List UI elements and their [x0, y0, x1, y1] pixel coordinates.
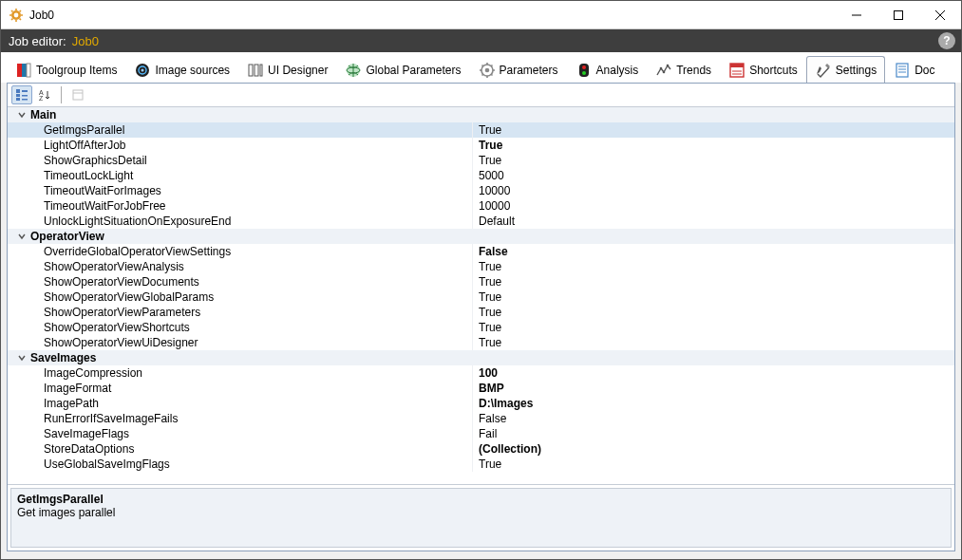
property-row[interactable]: UnlockLightSituationOnExposureEndDefault — [8, 214, 954, 229]
property-name: UseGlobalSaveImgFlags — [44, 457, 170, 472]
property-name: StoreDataOptions — [44, 441, 134, 457]
property-name: TimeoutWaitForImages — [44, 183, 161, 198]
expand-collapse-icon[interactable] — [17, 232, 27, 241]
property-value[interactable]: True — [473, 138, 954, 153]
tab-icon — [894, 62, 911, 79]
property-row[interactable]: RunErrorIfSaveImageFailsFalse — [8, 411, 954, 426]
property-name: SaveImageFlags — [44, 426, 129, 441]
editor-job-name: Job0 — [72, 34, 99, 48]
property-row[interactable]: SaveImageFlagsFail — [8, 426, 954, 441]
property-name: ShowOperatorViewUiDesigner — [44, 335, 198, 350]
property-value[interactable]: True — [473, 274, 954, 289]
help-icon[interactable]: ? — [938, 32, 955, 49]
svg-rect-13 — [255, 65, 258, 76]
property-row[interactable]: GetImgsParallelTrue — [8, 122, 954, 138]
property-row[interactable]: TimeoutLockLight5000 — [8, 168, 954, 183]
close-button[interactable] — [919, 1, 961, 28]
property-row[interactable]: ShowOperatorViewUiDesignerTrue — [8, 335, 954, 350]
property-category[interactable]: OperatorView — [8, 229, 954, 244]
svg-point-18 — [484, 67, 489, 72]
property-row[interactable]: ImageCompression100 — [8, 365, 954, 381]
tab-icon — [728, 62, 745, 79]
property-value[interactable]: True — [473, 289, 954, 305]
tab-settings[interactable]: Settings — [806, 56, 885, 83]
tab-label: Image sources — [155, 64, 230, 77]
svg-point-21 — [582, 71, 586, 75]
property-value[interactable]: 10000 — [473, 198, 954, 214]
tab-icon — [655, 62, 672, 79]
property-category[interactable]: SaveImages — [8, 350, 954, 365]
property-row[interactable]: OverrideGlobalOperatorViewSettingsFalse — [8, 244, 954, 259]
svg-rect-33 — [16, 89, 20, 93]
tab-label: Toolgroup Items — [36, 64, 117, 77]
editor-header-label: Job editor: — [9, 34, 66, 48]
alphabetical-view-button[interactable]: AZ — [34, 85, 55, 104]
tab-shortcuts[interactable]: Shortcuts — [720, 56, 806, 83]
property-row[interactable]: ShowOperatorViewAnalysisTrue — [8, 259, 954, 274]
property-value[interactable]: 5000 — [473, 168, 954, 183]
expand-collapse-icon[interactable] — [17, 353, 27, 363]
property-value[interactable]: Fail — [473, 426, 954, 441]
property-value[interactable]: True — [473, 153, 954, 168]
svg-rect-7 — [22, 64, 27, 77]
svg-rect-36 — [22, 90, 28, 92]
property-value[interactable]: BMP — [473, 381, 954, 396]
tab-image-sources[interactable]: Image sources — [125, 56, 238, 83]
svg-rect-34 — [16, 94, 20, 97]
svg-point-20 — [582, 65, 586, 69]
property-row[interactable]: ImagePathD:\Images — [8, 396, 954, 411]
editor-header: Job editor: Job0 ? — [1, 29, 961, 52]
property-value[interactable]: True — [473, 122, 954, 138]
tab-icon — [345, 62, 362, 79]
property-name: LightOffAfterJob — [44, 138, 126, 153]
property-row[interactable]: UseGlobalSaveImgFlagsTrue — [8, 457, 954, 472]
tab-label: Trends — [676, 64, 711, 77]
property-row[interactable]: StoreDataOptions(Collection) — [8, 441, 954, 457]
property-name: TimeoutWaitForJobFree — [44, 198, 165, 214]
property-value[interactable]: 10000 — [473, 183, 954, 198]
property-row[interactable]: LightOffAfterJobTrue — [8, 138, 954, 153]
tab-doc[interactable]: Doc — [885, 56, 943, 83]
property-row[interactable]: ShowOperatorViewParametersTrue — [8, 305, 954, 320]
title-bar: Job0 — [1, 1, 961, 29]
property-value[interactable]: True — [473, 305, 954, 320]
property-value[interactable]: False — [473, 244, 954, 259]
property-row[interactable]: ShowOperatorViewDocumentsTrue — [8, 274, 954, 289]
property-row[interactable]: ShowGraphicsDetailTrue — [8, 153, 954, 168]
property-value[interactable]: True — [473, 457, 954, 472]
svg-rect-12 — [249, 65, 253, 76]
property-value[interactable]: True — [473, 335, 954, 350]
property-value[interactable]: (Collection) — [473, 441, 954, 457]
property-value[interactable]: False — [473, 411, 954, 426]
property-name: ImagePath — [44, 396, 99, 411]
property-row[interactable]: ShowOperatorViewShortcutsTrue — [8, 320, 954, 335]
svg-rect-3 — [895, 10, 903, 19]
minimize-button[interactable] — [836, 1, 877, 28]
tab-trends[interactable]: Trends — [647, 56, 720, 83]
property-value[interactable]: True — [473, 320, 954, 335]
tab-icon — [479, 62, 496, 79]
property-category[interactable]: Main — [8, 107, 954, 122]
categorized-view-button[interactable] — [11, 85, 32, 104]
property-value[interactable]: 100 — [473, 365, 954, 381]
svg-text:Z: Z — [39, 95, 44, 102]
svg-point-22 — [660, 66, 663, 69]
property-value[interactable]: True — [473, 259, 954, 274]
expand-collapse-icon[interactable] — [17, 110, 27, 120]
property-row[interactable]: TimeoutWaitForJobFree10000 — [8, 198, 954, 214]
property-row[interactable]: ShowOperatorViewGlobalParamsTrue — [8, 289, 954, 305]
property-row[interactable]: ImageFormatBMP — [8, 381, 954, 396]
tab-icon — [15, 62, 32, 79]
description-panel: GetImgsParallel Get images parallel — [10, 488, 952, 548]
tab-global-parameters[interactable]: Global Parameters — [336, 56, 469, 83]
property-value[interactable]: D:\Images — [473, 396, 954, 411]
property-row[interactable]: TimeoutWaitForImages10000 — [8, 183, 954, 198]
property-grid[interactable]: MainGetImgsParallelTrueLightOffAfterJobT… — [8, 107, 954, 485]
tab-ui-designer[interactable]: UI Designer — [238, 56, 336, 83]
maximize-button[interactable] — [877, 1, 919, 28]
tab-parameters[interactable]: Parameters — [470, 56, 567, 83]
tab-toolgroup-items[interactable]: Toolgroup Items — [7, 56, 125, 83]
property-name: UnlockLightSituationOnExposureEnd — [44, 214, 231, 229]
property-value[interactable]: Default — [473, 214, 954, 229]
tab-analysis[interactable]: Analysis — [567, 56, 648, 83]
